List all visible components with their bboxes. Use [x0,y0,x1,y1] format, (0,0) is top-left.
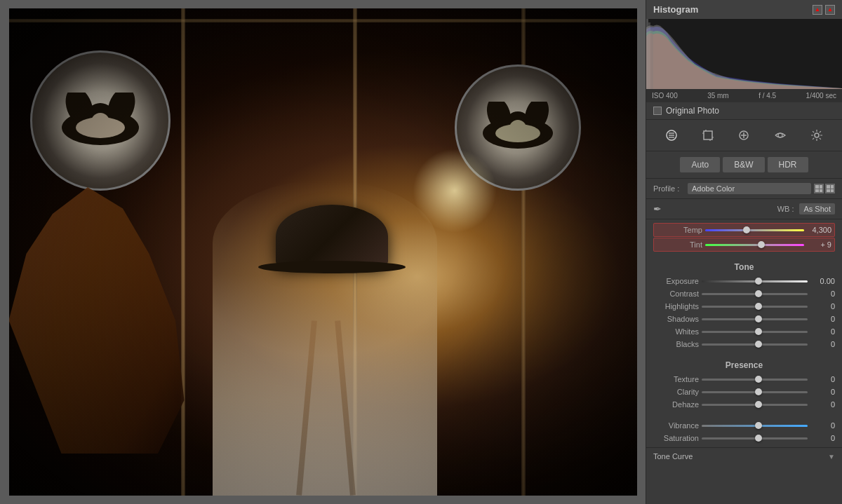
shadow-clipping-button[interactable]: ▲ [825,5,835,15]
redeye-tool[interactable] [770,125,790,145]
tint-label: Tint [657,240,702,249]
iso-value: ISO 400 [652,92,678,100]
profile-label: Profile : [653,184,685,193]
texture-row: Texture 0 [653,373,835,386]
hdr-button[interactable]: HDR [768,157,808,172]
grid-icon-1[interactable] [814,184,824,193]
clarity-label: Clarity [653,388,699,396]
vibrance-label: Vibrance [653,421,699,430]
clarity-track[interactable] [702,391,808,393]
shutter-speed: 1/400 sec [806,92,836,100]
shadows-value: 0 [810,315,835,323]
highlight-clipping-button[interactable]: ▲ [813,5,822,15]
dehaze-label: Dehaze [653,400,699,409]
wb-value[interactable]: As Shot [799,203,835,214]
temp-thumb[interactable] [743,226,750,233]
aperture: f / 4.5 [759,92,776,100]
svg-point-25 [778,133,782,137]
svg-rect-13 [648,22,650,89]
profile-value[interactable]: Adobe Color [688,183,811,194]
grid-icon-2[interactable] [825,184,835,193]
auto-button[interactable]: Auto [680,157,720,172]
highlights-value: 0 [810,302,835,311]
presence-title: Presence [653,356,835,373]
whites-track[interactable] [702,331,808,333]
exposure-row: Exposure 0.00 [653,275,835,287]
wb-row: ✒ WB : As Shot [646,199,842,219]
tools-row [646,119,842,151]
saturation-thumb[interactable] [755,435,762,442]
highlights-thumb[interactable] [755,303,762,310]
hat [276,205,388,268]
tone-section: Tone Exposure 0.00 Contrast 0 Highlights [646,255,842,353]
tone-curve-chevron: ▼ [828,453,835,461]
window-bar-top [9,19,637,22]
contrast-thumb[interactable] [755,290,762,297]
tint-thumb[interactable] [758,241,765,248]
vibrance-thumb[interactable] [755,422,762,429]
texture-track[interactable] [702,379,808,381]
dehaze-value: 0 [810,400,835,409]
dehaze-track[interactable] [702,404,808,406]
blacks-track[interactable] [702,343,808,346]
blacks-thumb[interactable] [755,341,762,348]
histogram-svg [646,19,842,89]
window-bar-left [181,8,185,496]
highlights-track[interactable] [702,306,808,308]
contrast-track[interactable] [702,293,808,295]
temp-label: Temp [657,226,702,234]
texture-thumb[interactable] [755,376,762,383]
eyedropper-tool[interactable]: ✒ [653,203,662,214]
histogram-info: ISO 400 35 mm f / 4.5 1/400 sec [646,89,842,102]
crop-tool[interactable] [698,125,718,145]
clarity-row: Clarity 0 [653,386,835,398]
saturation-label: Saturation [653,434,699,442]
dehaze-thumb[interactable] [755,401,762,408]
heal-tool[interactable] [734,125,754,145]
svg-rect-14 [650,29,653,89]
wb-label: WB : [777,205,794,213]
tone-curve-row[interactable]: Tone Curve ▼ [646,447,842,465]
tint-track[interactable] [705,244,804,246]
whites-value: 0 [810,327,835,336]
photo-background [9,8,637,496]
scrollable-panel[interactable]: Auto B&W HDR Profile : Adobe Color ✒ WB … [646,151,842,504]
whites-label: Whites [653,327,699,336]
exposure-track[interactable] [702,280,808,282]
saturation-track[interactable] [702,437,808,440]
profile-grid-icons [814,184,835,193]
clarity-thumb[interactable] [755,388,762,395]
clarity-value: 0 [810,388,835,396]
texture-label: Texture [653,375,699,383]
original-photo-checkbox[interactable] [653,107,662,115]
shadows-thumb[interactable] [755,315,762,322]
temp-tint-section: Temp 4,300 Tint + 9 [646,219,842,255]
profile-row: Profile : Adobe Color [646,179,842,199]
shadows-track[interactable] [702,318,808,320]
svg-rect-12 [646,19,648,89]
temp-track[interactable] [705,229,804,231]
hand-foreground [9,187,185,454]
right-panel: Histogram ▲ ▲ ISO 400 35 mm f / 4.5 1/40… [646,0,842,504]
shadows-row: Shadows 0 [653,313,835,325]
dehaze-row: Dehaze 0 [653,398,835,411]
settings-tool[interactable] [807,125,827,145]
whites-thumb[interactable] [755,328,762,335]
vibrance-track[interactable] [702,425,808,427]
svg-point-11 [509,120,526,137]
temp-value: 4,300 [807,226,831,234]
tint-slider-row: Tint + 9 [653,238,835,252]
highlights-label: Highlights [653,302,699,311]
shadows-label: Shadows [653,315,699,323]
exposure-thumb[interactable] [755,278,762,285]
original-photo-label: Original Photo [666,106,719,116]
develop-tool[interactable] [662,125,681,145]
contrast-row: Contrast 0 [653,287,835,300]
saturation-value: 0 [810,434,835,442]
tone-curve-label: Tone Curve [653,452,693,461]
highlights-row: Highlights 0 [653,300,835,313]
histogram-header: Histogram ▲ ▲ [646,0,842,19]
whites-row: Whites 0 [653,325,835,338]
saturation-row: Saturation 0 [653,432,835,444]
bw-button[interactable]: B&W [723,157,764,172]
